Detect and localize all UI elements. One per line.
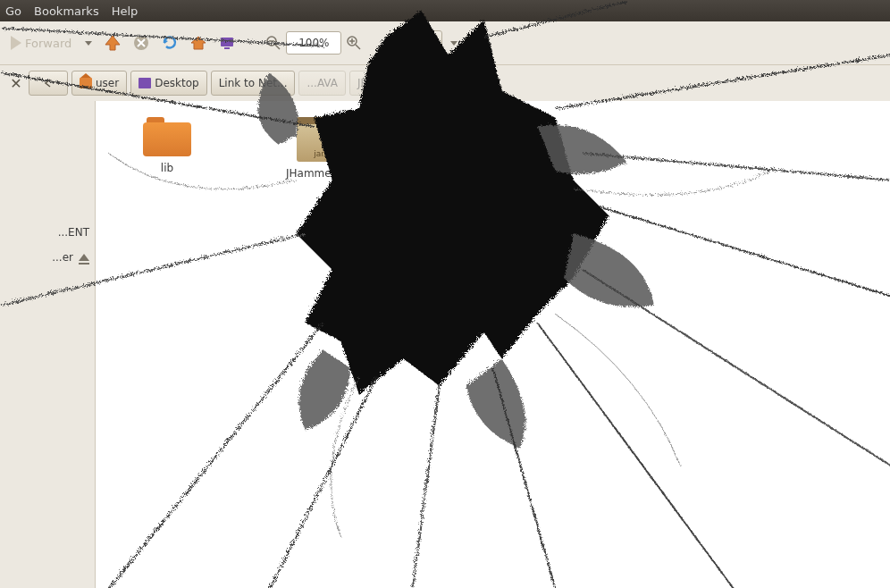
sidebar-item-1-label: ...ENT (58, 226, 89, 239)
forward-arrow-icon (11, 36, 21, 50)
path-desktop-label: Desktop (155, 77, 199, 89)
computer-icon (218, 34, 236, 52)
home-button[interactable] (186, 30, 211, 55)
svg-rect-2 (224, 47, 230, 49)
forward-label: Forward (25, 37, 71, 50)
path-jham[interactable]: JHa... (349, 71, 393, 96)
path-dist[interactable]: dist (397, 71, 432, 96)
forward-dropdown[interactable] (80, 30, 97, 55)
path-link[interactable]: Link to Net... (211, 71, 296, 96)
folder-icon (143, 117, 191, 156)
sidebar: ...ENT ...er (0, 101, 96, 588)
search-button[interactable] (471, 30, 496, 55)
sidebar-item-1[interactable]: ...ENT (0, 226, 89, 239)
folder-lib[interactable]: lib (122, 117, 212, 174)
zoom-in-icon (346, 35, 362, 51)
menu-bookmarks[interactable]: Bookmarks (34, 4, 99, 18)
home-mini-icon (80, 78, 92, 88)
eject-icon[interactable] (79, 254, 89, 261)
zoom-out-button[interactable] (261, 30, 286, 55)
sidebar-item-2-label: ...er (52, 251, 73, 264)
path-back-button[interactable] (29, 71, 68, 96)
close-panel-button[interactable]: ✕ (7, 75, 25, 92)
file-jhammer-jar[interactable]: jar JHammer.jar (274, 117, 364, 180)
main-toolbar: Forward 100% View (0, 21, 890, 65)
folder-lib-label: lib (161, 162, 173, 174)
view-label: View (407, 37, 432, 49)
reload-icon (161, 34, 179, 52)
path-java[interactable]: ...AVA (298, 71, 346, 96)
svg-rect-1 (221, 38, 233, 46)
reload-button[interactable] (157, 30, 182, 55)
path-user-label: user (96, 77, 119, 89)
search-icon (474, 34, 492, 52)
svg-line-7 (356, 45, 360, 49)
sidebar-item-2[interactable]: ...er (0, 251, 89, 264)
home-icon (189, 34, 207, 52)
stop-icon (132, 34, 150, 52)
forward-button[interactable]: Forward (5, 36, 77, 50)
zoom-in-button[interactable] (341, 30, 366, 55)
jar-icon: jar (297, 117, 341, 162)
stop-button[interactable] (129, 30, 154, 55)
zoom-out-icon (265, 35, 281, 51)
desktop-mini-icon (139, 78, 151, 88)
body: ...ENT ...er lib jar JHammer.jar (0, 101, 890, 588)
zoom-group: 100% (261, 30, 366, 55)
path-bar: ✕ user Desktop Link to Net... ...AVA JHa… (0, 65, 890, 101)
view-dropdown[interactable] (446, 30, 462, 55)
svg-point-10 (477, 37, 486, 46)
computer-button[interactable] (214, 30, 239, 55)
file-pane[interactable]: lib jar JHammer.jar (96, 101, 890, 588)
up-button[interactable] (100, 30, 125, 55)
chevron-left-icon (44, 79, 53, 88)
file-jhammer-label: JHammer.jar (286, 167, 352, 180)
path-desktop[interactable]: Desktop (130, 71, 207, 96)
view-button[interactable]: View (397, 30, 441, 55)
path-user[interactable]: user (71, 71, 127, 96)
menu-help[interactable]: Help (112, 4, 139, 18)
up-arrow-icon (104, 34, 122, 52)
zoom-value[interactable]: 100% (286, 31, 341, 55)
svg-line-4 (275, 45, 280, 49)
svg-line-11 (485, 45, 490, 49)
menubar: Go Bookmarks Help (0, 0, 890, 21)
menu-go[interactable]: Go (5, 4, 21, 18)
